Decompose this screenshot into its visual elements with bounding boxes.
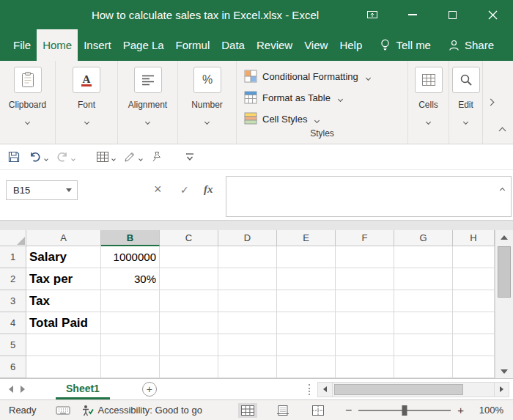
cell-D5[interactable]	[218, 334, 277, 356]
tab-formul[interactable]: Formul	[170, 29, 216, 61]
tab-home[interactable]: Home	[37, 29, 78, 61]
cell-B5[interactable]	[101, 334, 160, 356]
row-header-4[interactable]: 4	[0, 312, 26, 334]
pen-button[interactable]	[123, 150, 142, 163]
zoom-slider[interactable]	[358, 410, 451, 411]
cell-D6[interactable]	[218, 356, 277, 378]
table-button[interactable]	[96, 150, 115, 163]
number-group-button[interactable]: %	[193, 67, 221, 93]
column-header-D[interactable]: D	[218, 230, 277, 246]
ribbon-display-options-button[interactable]	[352, 0, 392, 29]
maximize-button[interactable]	[432, 0, 473, 29]
cell-B6[interactable]	[101, 356, 160, 378]
cell-C4[interactable]	[160, 312, 218, 334]
sheet-tab-sheet1[interactable]: Sheet1	[56, 379, 110, 399]
row-header-2[interactable]: 2	[0, 268, 26, 290]
zoom-level[interactable]: 100%	[467, 405, 503, 416]
horizontal-scrollbar-thumb[interactable]	[334, 384, 463, 395]
close-button[interactable]	[473, 0, 513, 29]
chevron-down-icon[interactable]	[26, 114, 29, 127]
sheet-nav-right-button[interactable]	[21, 386, 25, 393]
scroll-left-button[interactable]	[317, 382, 333, 397]
cell-B4[interactable]	[101, 312, 160, 334]
customize-quick-access-button[interactable]	[185, 152, 195, 162]
tab-scrollbar-splitter[interactable]	[309, 384, 311, 395]
cell-H3[interactable]	[453, 290, 495, 312]
page-layout-view-button[interactable]	[273, 403, 292, 418]
chevron-down-icon[interactable]	[464, 114, 468, 127]
zoom-out-button[interactable]: −	[345, 404, 352, 417]
name-box-dropdown[interactable]	[61, 181, 77, 199]
undo-button[interactable]	[29, 150, 48, 163]
clipboard-group-button[interactable]	[14, 67, 42, 93]
tab-page-la[interactable]: Page La	[117, 29, 170, 61]
cell-G6[interactable]	[394, 356, 453, 378]
cell-G4[interactable]	[394, 312, 453, 334]
cell-H5[interactable]	[453, 334, 495, 356]
cell-A3[interactable]: Tax	[26, 290, 101, 312]
ribbon-scroll-right-button[interactable]	[488, 95, 493, 108]
cell-B3[interactable]	[101, 290, 160, 312]
vertical-scrollbar-thumb[interactable]	[498, 246, 511, 298]
cell-E4[interactable]	[277, 312, 336, 334]
sheet-nav-left-button[interactable]	[9, 386, 13, 393]
tab-review[interactable]: Review	[251, 29, 298, 61]
page-break-view-button[interactable]	[309, 403, 328, 418]
save-button[interactable]	[7, 150, 21, 163]
cell-C2[interactable]	[160, 268, 218, 290]
new-sheet-button[interactable]: +	[142, 382, 157, 397]
accessibility-status[interactable]: Accessibility: Good to go	[81, 405, 202, 416]
cancel-button[interactable]: ×	[154, 182, 162, 197]
row-header-6[interactable]: 6	[0, 356, 26, 378]
cell-H6[interactable]	[453, 356, 495, 378]
cell-G5[interactable]	[394, 334, 453, 356]
cell-D3[interactable]	[218, 290, 277, 312]
cell-C5[interactable]	[160, 334, 218, 356]
cell-A6[interactable]	[26, 356, 101, 378]
tab-help[interactable]: Help	[333, 29, 368, 61]
scroll-down-icon[interactable]	[501, 369, 508, 374]
cell-D4[interactable]	[218, 312, 277, 334]
cell-F5[interactable]	[336, 334, 394, 356]
alignment-group-button[interactable]	[134, 67, 162, 93]
minimize-button[interactable]	[392, 0, 432, 29]
row-header-3[interactable]: 3	[0, 290, 26, 312]
cell-E1[interactable]	[277, 246, 336, 268]
cell-C3[interactable]	[160, 290, 218, 312]
format-as-table-button[interactable]: Format as Table	[244, 89, 407, 106]
tell-me-button[interactable]: Tell me	[380, 29, 431, 61]
edit-group-button[interactable]	[452, 67, 480, 93]
chevron-down-icon[interactable]	[205, 114, 209, 127]
vertical-scrollbar[interactable]	[495, 230, 513, 378]
enter-button[interactable]: ✓	[180, 184, 189, 196]
conditional-formatting-button[interactable]: Conditional Formatting	[244, 67, 407, 85]
chevron-down-icon[interactable]	[427, 114, 430, 127]
cell-A4[interactable]: Total Paid	[26, 312, 101, 334]
cell-D1[interactable]	[218, 246, 277, 268]
chevron-down-icon[interactable]	[85, 114, 89, 127]
cell-H2[interactable]	[453, 268, 495, 290]
cell-F3[interactable]	[336, 290, 394, 312]
cell-A5[interactable]	[26, 334, 101, 356]
cell-F4[interactable]	[336, 312, 394, 334]
tab-insert[interactable]: Insert	[78, 29, 117, 61]
cell-B1[interactable]: 1000000	[101, 246, 160, 268]
font-group-button[interactable]: A	[73, 67, 100, 93]
scroll-up-icon[interactable]	[501, 235, 508, 240]
insert-function-button[interactable]: fx	[204, 183, 213, 196]
keyboard-icon[interactable]	[56, 405, 70, 416]
cell-E5[interactable]	[277, 334, 336, 356]
cell-A2[interactable]: Tax per	[26, 268, 101, 290]
cell-E3[interactable]	[277, 290, 336, 312]
cell-H4[interactable]	[453, 312, 495, 334]
column-header-C[interactable]: C	[160, 230, 218, 246]
cell-G2[interactable]	[394, 268, 453, 290]
cells-group-button[interactable]	[415, 67, 443, 93]
cell-E2[interactable]	[277, 268, 336, 290]
column-header-H[interactable]: H	[453, 230, 495, 246]
tab-view[interactable]: View	[298, 29, 333, 61]
share-button[interactable]: Share	[449, 29, 494, 61]
zoom-in-button[interactable]: +	[457, 404, 464, 416]
cell-H1[interactable]	[453, 246, 495, 268]
collapse-formula-bar-button[interactable]	[501, 183, 504, 194]
